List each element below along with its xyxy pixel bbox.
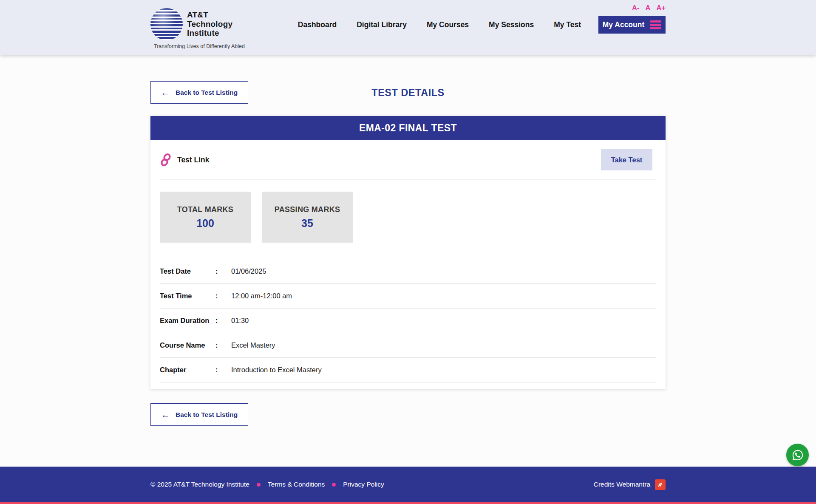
dot-separator-icon [332,483,336,487]
dot-separator-icon [257,483,261,487]
section-divider [160,179,656,179]
detail-row-test-time: Test Time : 12:00 am-12:00 am [160,284,656,309]
back-to-test-listing-button-bottom[interactable]: ← Back to Test Listing [150,403,248,426]
details-list: Test Date : 01/06/2025 Test Time : 12:00… [160,259,656,389]
detail-row-exam-duration: Exam Duration : 01:30 [160,309,656,333]
detail-label: Chapter [160,366,215,374]
detail-label: Test Time [160,292,215,300]
card-title: EMA-02 FINAL TEST [150,116,666,140]
site-header: AT&T Technology Institute Transforming L… [0,0,816,55]
terms-link[interactable]: Terms & Conditions [268,481,325,488]
detail-label: Exam Duration [160,317,215,325]
detail-value: 12:00 am-12:00 am [231,292,292,300]
back-arrow-icon: ← [161,410,170,419]
nav-item-my-test[interactable]: My Test [554,20,581,29]
font-decrease-button[interactable]: A- [632,4,639,12]
nav-item-dashboard[interactable]: Dashboard [298,20,337,29]
total-marks-box: TOTAL MARKS 100 [160,192,251,243]
webmantra-icon [655,479,666,490]
att-globe-icon [150,8,183,40]
header-inner: AT&T Technology Institute Transforming L… [150,0,666,55]
logo-line-1: AT&T [187,10,232,20]
detail-value: Introduction to Excel Mastery [231,366,322,374]
footer-inner: © 2025 AT&T Technology Institute Terms &… [150,479,666,490]
detail-colon: : [215,317,231,325]
site-footer: © 2025 AT&T Technology Institute Terms &… [0,467,816,502]
logo-line-2: Technology [187,20,232,29]
total-marks-value: 100 [196,217,214,229]
whatsapp-icon [790,448,805,462]
passing-marks-box: PASSING MARKS 35 [262,192,353,243]
detail-row-test-date: Test Date : 01/06/2025 [160,259,656,284]
detail-row-course-name: Course Name : Excel Mastery [160,333,656,358]
back-button-label: Back to Test Listing [176,411,238,419]
total-marks-label: TOTAL MARKS [177,205,233,214]
passing-marks-value: 35 [301,217,313,229]
detail-label: Test Date [160,267,215,275]
test-details-card: EMA-02 FINAL TEST Test Link Take Test [150,116,666,389]
marks-row: TOTAL MARKS 100 PASSING MARKS 35 [160,192,656,243]
main-content: ← Back to Test Listing TEST DETAILS EMA-… [0,55,816,467]
whatsapp-button[interactable] [786,444,809,466]
nav-item-my-courses[interactable]: My Courses [427,20,469,29]
my-account-button[interactable]: My Account [598,16,666,34]
footer-left: © 2025 AT&T Technology Institute Terms &… [150,481,384,488]
logo-line-3: Institute [187,28,232,38]
logo-tagline: Transforming Lives of Differently Abled [150,43,245,49]
take-test-button[interactable]: Take Test [601,149,652,170]
detail-value: Excel Mastery [231,341,275,349]
detail-colon: : [215,341,231,349]
privacy-link[interactable]: Privacy Policy [343,481,384,488]
title-row: ← Back to Test Listing TEST DETAILS [150,81,666,104]
footer-accent-line [0,502,816,504]
test-link-label: Test Link [177,156,210,164]
logo-text: AT&T Technology Institute [187,10,232,38]
detail-value: 01:30 [231,317,249,325]
chain-link-icon[interactable] [160,153,172,167]
main-nav: Dashboard Digital Library My Courses My … [298,20,581,29]
font-size-controls: A- A A+ [632,4,666,12]
font-increase-button[interactable]: A+ [656,4,666,12]
detail-colon: : [215,292,231,300]
hamburger-menu-icon [650,20,661,29]
copyright-text: © 2025 AT&T Technology Institute [150,481,249,488]
page-title: TEST DETAILS [150,87,666,98]
detail-label: Course Name [160,341,215,349]
credits-label: Credits Webmantra [594,481,650,488]
detail-row-chapter: Chapter : Introduction to Excel Mastery [160,358,656,382]
content-container: ← Back to Test Listing TEST DETAILS EMA-… [150,81,666,426]
passing-marks-label: PASSING MARKS [275,205,340,214]
credits-link[interactable]: Credits Webmantra [594,479,666,490]
logo-top: AT&T Technology Institute [150,8,245,40]
my-account-label: My Account [603,20,645,29]
detail-colon: : [215,267,231,275]
test-link-row: Test Link Take Test [150,140,666,179]
font-reset-button[interactable]: A [646,4,651,12]
detail-colon: : [215,366,231,374]
nav-item-digital-library[interactable]: Digital Library [357,20,407,29]
nav-item-my-sessions[interactable]: My Sessions [489,20,534,29]
site-logo[interactable]: AT&T Technology Institute Transforming L… [150,6,245,49]
detail-value: 01/06/2025 [231,267,266,275]
